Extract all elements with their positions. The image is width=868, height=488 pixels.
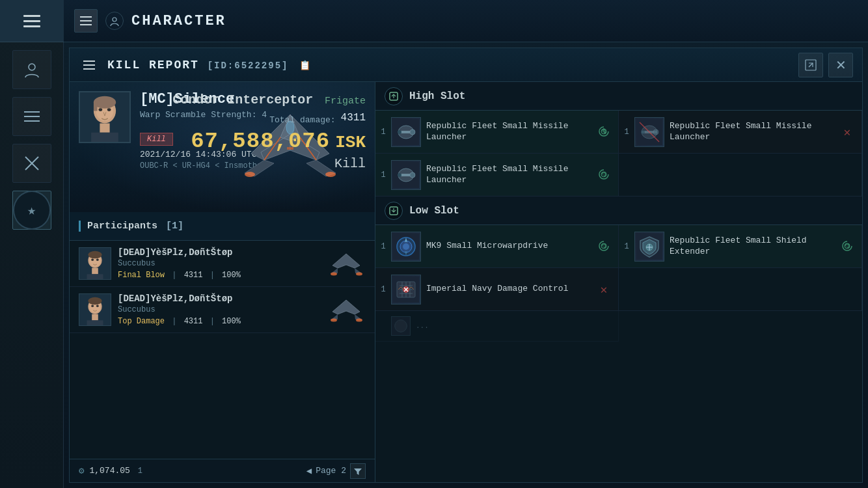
module-info-low-3: Imperial Navy Damage Control — [426, 284, 591, 295]
module-info-high-3: Republic Fleet Small Missile Launcher — [426, 164, 591, 186]
hamburger-icon — [23, 15, 40, 27]
participant-info-2: [DEAD]YèšPlz,DøñtŠtøp Succubus Top Damag… — [118, 293, 320, 326]
module-icon-low-3 — [391, 275, 421, 305]
sidebar-item-menu[interactable] — [12, 97, 51, 136]
participants-label: Participants [1] — [79, 221, 183, 232]
pilot-avatar — [79, 91, 131, 143]
participant-name-1: [DEAD]YèšPlz,DøñtŠtøp — [118, 247, 320, 258]
module-info-high-1: Republic Fleet Small Missile Launcher — [426, 121, 591, 143]
isk-label: ISK — [335, 133, 366, 152]
high-slot-label: High Slot — [409, 90, 465, 102]
svg-point-14 — [99, 108, 103, 111]
participant-row[interactable]: [DEAD]YèšPlz,DøñtŠtøp Succubus Final Blo… — [70, 241, 375, 287]
main-panel: KILL REPORT [ID:6522295] 📋 ✕ — [64, 42, 868, 488]
page-label: Page 2 — [316, 466, 346, 476]
svg-point-49 — [398, 130, 401, 134]
footer-icon: ⚙ — [79, 465, 84, 476]
final-blow-label: Final Blow — [118, 271, 165, 280]
svg-point-28 — [96, 259, 99, 261]
svg-point-0 — [29, 64, 35, 70]
high-slot-header: High Slot — [375, 82, 862, 111]
percent-value-1: 100% — [222, 271, 241, 280]
module-item-high-3[interactable]: 1 Republic Fleet Small Missile L — [375, 154, 619, 197]
module-icon-high-3 — [391, 160, 421, 190]
svg-point-61 — [398, 173, 401, 177]
module-action-low-3[interactable]: ✕ — [596, 282, 612, 297]
total-damage-value: 4311 — [341, 112, 366, 124]
kill-report-menu-button[interactable] — [79, 55, 100, 75]
close-button[interactable]: ✕ — [828, 53, 853, 77]
svg-line-8 — [809, 63, 813, 67]
module-name-low-2: Republic Fleet Small Shield Extender — [670, 236, 834, 258]
module-count-2: 1 — [623, 128, 631, 137]
module-item-bottom-1: ... — [375, 311, 619, 342]
participant-avatar-2 — [79, 293, 111, 326]
module-item-high-4 — [619, 154, 862, 197]
isk-value: 67,588,076 — [191, 129, 330, 154]
module-item-low-1[interactable]: 1 MK9 Small Mic — [375, 225, 619, 268]
module-action-low-2 — [839, 239, 855, 254]
right-column: High Slot 1 — [375, 82, 862, 482]
ship-class: Frigate — [325, 96, 366, 107]
svg-point-19 — [325, 172, 336, 177]
percent-value-2: 100% — [222, 317, 241, 326]
svg-rect-29 — [92, 268, 98, 275]
module-item-high-2[interactable]: 1 Republic Flee — [619, 111, 862, 154]
module-item-low-4 — [619, 268, 862, 311]
svg-point-32 — [356, 273, 362, 276]
participant-row-2[interactable]: [DEAD]YèšPlz,DøñtŠtøp Succubus Top Damag… — [70, 287, 375, 333]
module-icon-low-2 — [634, 232, 664, 262]
sidebar-item-star[interactable]: ★ — [12, 191, 51, 230]
module-item-high-1[interactable]: 1 Republic Fleet Small Missile L — [375, 111, 619, 154]
module-action-high-1 — [596, 124, 612, 140]
low-slot-label: Low Slot — [409, 205, 459, 217]
char-header-menu-button[interactable] — [74, 9, 98, 33]
kill-report-id: [ID:6522295] — [208, 61, 289, 71]
module-item-low-3[interactable]: 1 — [375, 268, 619, 311]
high-slot-icon — [385, 87, 403, 105]
export-button[interactable] — [798, 53, 823, 77]
participant-name-2: [DEAD]YèšPlz,DøñtŠtøp — [118, 293, 320, 304]
total-damage-label: Total damage: — [269, 115, 335, 125]
svg-point-38 — [96, 305, 99, 307]
kill-report-title: KILL REPORT [ID:6522295] 📋 — [107, 59, 791, 72]
filter-button[interactable] — [350, 463, 366, 479]
module-action-high-2[interactable]: ✕ — [839, 124, 855, 140]
svg-point-6 — [113, 18, 116, 21]
module-info-low-2: Republic Fleet Small Shield Extender — [670, 236, 834, 258]
hero-section: [MC]Silence Warp Scramble Strength: 4 Ki… — [70, 82, 375, 212]
kill-label-right: Kill — [172, 156, 366, 171]
participants-list: [DEAD]YèšPlz,DøñtŠtøp Succubus Final Blo… — [70, 241, 375, 459]
low-slot-icon — [385, 202, 403, 220]
module-icon-high-1 — [391, 117, 421, 147]
module-action-low-1 — [596, 239, 612, 254]
high-slot-modules: 1 Republic Fleet Small Missile L — [375, 111, 862, 197]
low-slot-header: Low Slot — [375, 197, 862, 225]
svg-point-54 — [653, 129, 658, 135]
svg-point-60 — [410, 172, 415, 178]
module-icon-high-2 — [634, 117, 664, 147]
module-name-high-2: Republic Fleet Small Missile Launcher — [670, 121, 834, 143]
svg-point-41 — [331, 319, 337, 322]
module-item-low-2[interactable]: 1 Republic Flee — [619, 225, 862, 268]
module-count-low-1: 1 — [379, 242, 387, 251]
svg-point-36 — [88, 297, 102, 305]
footer-bar: ⚙ 1,074.05 1 ◀ Page 2 — [70, 459, 375, 482]
kill-report-header: KILL REPORT [ID:6522295] 📋 ✕ — [70, 48, 862, 82]
module-count-3: 1 — [379, 170, 387, 180]
page-nav: ◀ Page 2 — [306, 463, 366, 479]
svg-rect-39 — [92, 314, 98, 321]
sidebar-item-combat[interactable] — [12, 144, 51, 183]
copy-icon[interactable]: 📋 — [299, 61, 312, 71]
svg-rect-17 — [91, 133, 118, 143]
sidebar-item-character[interactable] — [12, 50, 51, 89]
module-icon-bottom-1 — [391, 316, 411, 336]
hamburger-button[interactable] — [0, 0, 64, 42]
left-sidebar: ★ — [0, 0, 64, 488]
module-name-high-1: Republic Fleet Small Missile Launcher — [426, 121, 591, 143]
svg-point-55 — [641, 130, 645, 134]
module-name-bottom-1: ... — [416, 321, 429, 331]
participant-avatar-1 — [79, 247, 111, 280]
footer-unit: 1 — [138, 467, 142, 476]
svg-rect-13 — [94, 102, 98, 111]
